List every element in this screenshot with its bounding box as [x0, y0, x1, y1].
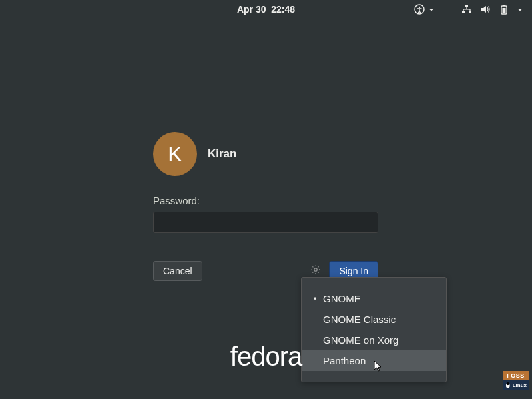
session-item-gnome-classic[interactable]: GNOME Classic	[302, 309, 446, 330]
accessibility-icon	[414, 4, 425, 15]
session-item-pantheon[interactable]: Pantheon	[302, 350, 446, 371]
date-text: Apr 30	[237, 4, 266, 15]
topbar-datetime[interactable]: Apr 30 22:48	[237, 4, 295, 15]
session-gear-icon[interactable]	[310, 264, 321, 278]
network-icon	[461, 4, 472, 15]
tux-icon	[505, 382, 511, 388]
svg-rect-2	[465, 5, 468, 7]
username-label: Kiran	[208, 147, 236, 161]
svg-point-1	[419, 7, 420, 8]
user-row[interactable]: K Kiran	[153, 132, 380, 176]
cancel-button[interactable]: Cancel	[153, 261, 202, 281]
badge-top: FOSS	[503, 371, 529, 380]
session-label: GNOME on Xorg	[323, 334, 398, 346]
session-item-gnome-xorg[interactable]: GNOME on Xorg	[302, 330, 446, 350]
badge-bottom: Linux	[503, 380, 529, 390]
login-panel: K Kiran Password: Cancel Sign In	[153, 132, 380, 281]
session-label: GNOME	[323, 293, 361, 304]
svg-point-8	[314, 268, 317, 271]
session-menu: • GNOME GNOME Classic GNOME on Xorg Pant…	[301, 277, 447, 382]
chevron-down-icon	[517, 3, 523, 15]
bullet-icon: •	[314, 294, 323, 304]
system-status-area[interactable]	[461, 0, 523, 19]
accessibility-menu[interactable]	[414, 0, 434, 19]
svg-rect-7	[503, 8, 506, 13]
watermark-badge: FOSS Linux	[503, 371, 529, 390]
session-label: GNOME Classic	[323, 314, 396, 325]
chevron-down-icon	[429, 3, 434, 15]
session-item-gnome[interactable]: • GNOME	[302, 288, 446, 309]
battery-icon	[499, 4, 509, 15]
svg-rect-3	[462, 11, 465, 13]
time-text: 22:48	[271, 4, 295, 15]
volume-icon	[480, 4, 491, 15]
password-label: Password:	[153, 195, 380, 206]
svg-point-10	[507, 382, 509, 385]
distro-logo: fedora	[230, 342, 302, 372]
svg-rect-4	[469, 11, 471, 13]
topbar: Apr 30 22:48	[0, 0, 532, 19]
avatar-initial: K	[168, 142, 182, 167]
password-input[interactable]	[153, 212, 378, 233]
avatar: K	[153, 132, 197, 176]
session-label: Pantheon	[323, 355, 366, 366]
